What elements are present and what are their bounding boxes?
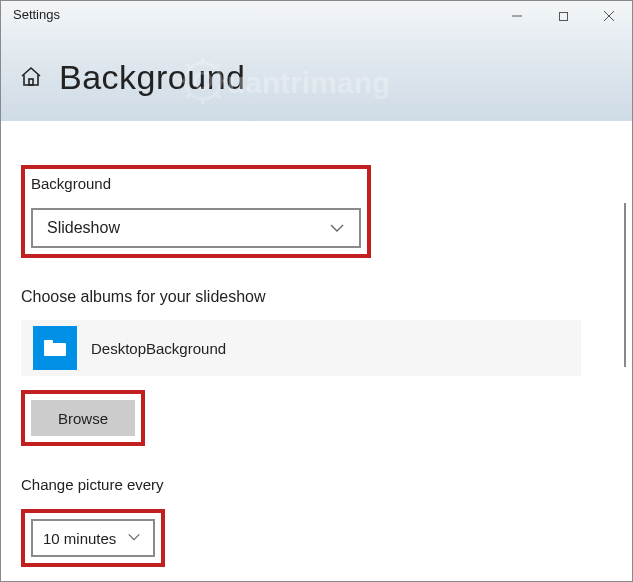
highlight-change-dropdown: 10 minutes — [21, 509, 165, 567]
albums-section: Choose albums for your slideshow Desktop… — [21, 288, 612, 446]
highlight-background-section: Background Slideshow — [21, 165, 371, 258]
maximize-button[interactable] — [540, 1, 586, 31]
svg-rect-1 — [559, 12, 567, 20]
change-picture-dropdown-value: 10 minutes — [43, 530, 116, 547]
scrollbar-thumb[interactable] — [624, 203, 626, 367]
folder-icon — [33, 326, 77, 370]
close-button[interactable] — [586, 1, 632, 31]
change-picture-section: Change picture every 10 minutes — [21, 476, 612, 567]
album-item[interactable]: DesktopBackground — [21, 320, 581, 376]
svg-rect-16 — [44, 340, 53, 344]
window-title: Settings — [1, 1, 72, 22]
svg-rect-15 — [44, 343, 66, 356]
svg-rect-14 — [29, 79, 33, 85]
minimize-button[interactable] — [494, 1, 540, 31]
home-icon[interactable] — [19, 65, 43, 89]
window-controls — [494, 1, 632, 31]
titlebar: Settings — [1, 1, 632, 33]
background-label: Background — [31, 175, 361, 192]
watermark-text: uantrimang — [227, 66, 390, 99]
chevron-down-icon — [329, 220, 345, 236]
highlight-browse: Browse — [21, 390, 145, 446]
background-dropdown-value: Slideshow — [47, 219, 120, 237]
background-dropdown[interactable]: Slideshow — [31, 208, 361, 248]
page-title: Background — [59, 58, 245, 97]
content-area: Background Slideshow Choose albums for y… — [1, 121, 632, 581]
browse-button[interactable]: Browse — [31, 400, 135, 436]
change-picture-label: Change picture every — [21, 476, 612, 493]
change-picture-dropdown[interactable]: 10 minutes — [31, 519, 155, 557]
settings-window: Settings uantrimang — [0, 0, 633, 582]
album-name: DesktopBackground — [91, 340, 226, 357]
page-header: uantrimang Background — [1, 33, 632, 121]
chevron-down-icon — [127, 530, 143, 546]
albums-label: Choose albums for your slideshow — [21, 288, 612, 306]
